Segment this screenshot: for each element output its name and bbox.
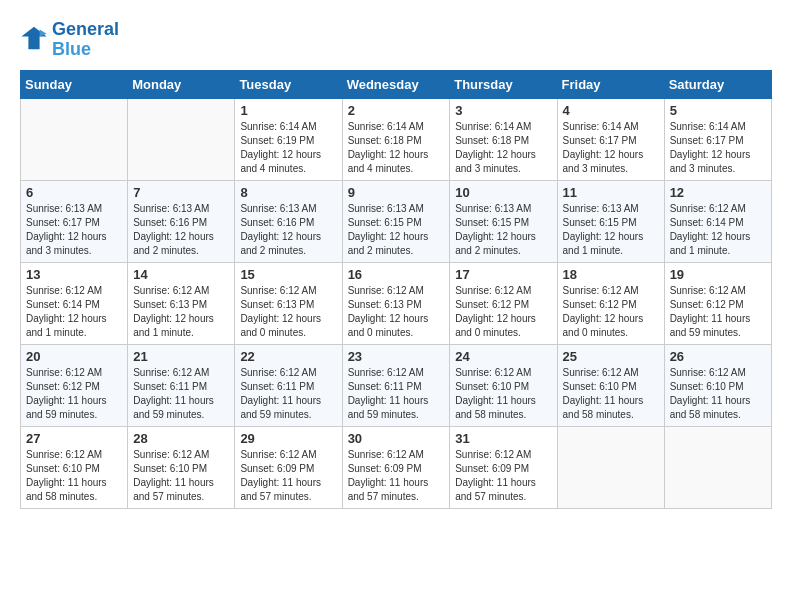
day-number: 13 [26,267,122,282]
calendar-cell [128,98,235,180]
day-info: Sunrise: 6:13 AM Sunset: 6:15 PM Dayligh… [455,202,551,258]
day-number: 30 [348,431,445,446]
day-info: Sunrise: 6:12 AM Sunset: 6:10 PM Dayligh… [670,366,766,422]
day-number: 8 [240,185,336,200]
day-info: Sunrise: 6:12 AM Sunset: 6:10 PM Dayligh… [563,366,659,422]
logo: General Blue [20,20,119,60]
day-number: 9 [348,185,445,200]
day-number: 3 [455,103,551,118]
day-info: Sunrise: 6:12 AM Sunset: 6:12 PM Dayligh… [455,284,551,340]
calendar-cell: 8Sunrise: 6:13 AM Sunset: 6:16 PM Daylig… [235,180,342,262]
calendar-cell: 25Sunrise: 6:12 AM Sunset: 6:10 PM Dayli… [557,344,664,426]
day-number: 28 [133,431,229,446]
calendar-cell: 23Sunrise: 6:12 AM Sunset: 6:11 PM Dayli… [342,344,450,426]
day-info: Sunrise: 6:12 AM Sunset: 6:12 PM Dayligh… [26,366,122,422]
calendar-cell: 7Sunrise: 6:13 AM Sunset: 6:16 PM Daylig… [128,180,235,262]
day-number: 31 [455,431,551,446]
page-header: General Blue [20,20,772,60]
calendar-cell: 22Sunrise: 6:12 AM Sunset: 6:11 PM Dayli… [235,344,342,426]
day-number: 10 [455,185,551,200]
calendar-cell: 15Sunrise: 6:12 AM Sunset: 6:13 PM Dayli… [235,262,342,344]
calendar-cell: 28Sunrise: 6:12 AM Sunset: 6:10 PM Dayli… [128,426,235,508]
day-number: 20 [26,349,122,364]
day-info: Sunrise: 6:13 AM Sunset: 6:16 PM Dayligh… [133,202,229,258]
calendar-week-row: 20Sunrise: 6:12 AM Sunset: 6:12 PM Dayli… [21,344,772,426]
day-info: Sunrise: 6:12 AM Sunset: 6:13 PM Dayligh… [348,284,445,340]
weekday-header-saturday: Saturday [664,70,771,98]
weekday-header-wednesday: Wednesday [342,70,450,98]
day-number: 5 [670,103,766,118]
weekday-header-tuesday: Tuesday [235,70,342,98]
day-info: Sunrise: 6:13 AM Sunset: 6:16 PM Dayligh… [240,202,336,258]
calendar-cell: 13Sunrise: 6:12 AM Sunset: 6:14 PM Dayli… [21,262,128,344]
day-info: Sunrise: 6:12 AM Sunset: 6:10 PM Dayligh… [455,366,551,422]
day-number: 11 [563,185,659,200]
calendar-cell: 4Sunrise: 6:14 AM Sunset: 6:17 PM Daylig… [557,98,664,180]
day-number: 18 [563,267,659,282]
calendar-week-row: 6Sunrise: 6:13 AM Sunset: 6:17 PM Daylig… [21,180,772,262]
day-info: Sunrise: 6:12 AM Sunset: 6:14 PM Dayligh… [670,202,766,258]
calendar-cell [21,98,128,180]
calendar-table: SundayMondayTuesdayWednesdayThursdayFrid… [20,70,772,509]
day-number: 25 [563,349,659,364]
logo-text: General Blue [52,20,119,60]
day-info: Sunrise: 6:13 AM Sunset: 6:15 PM Dayligh… [348,202,445,258]
calendar-cell: 29Sunrise: 6:12 AM Sunset: 6:09 PM Dayli… [235,426,342,508]
day-number: 7 [133,185,229,200]
calendar-cell: 17Sunrise: 6:12 AM Sunset: 6:12 PM Dayli… [450,262,557,344]
day-number: 12 [670,185,766,200]
day-info: Sunrise: 6:12 AM Sunset: 6:11 PM Dayligh… [240,366,336,422]
day-info: Sunrise: 6:12 AM Sunset: 6:10 PM Dayligh… [26,448,122,504]
day-number: 29 [240,431,336,446]
calendar-cell: 16Sunrise: 6:12 AM Sunset: 6:13 PM Dayli… [342,262,450,344]
day-number: 24 [455,349,551,364]
day-info: Sunrise: 6:12 AM Sunset: 6:10 PM Dayligh… [133,448,229,504]
weekday-header-friday: Friday [557,70,664,98]
calendar-cell: 26Sunrise: 6:12 AM Sunset: 6:10 PM Dayli… [664,344,771,426]
calendar-cell: 6Sunrise: 6:13 AM Sunset: 6:17 PM Daylig… [21,180,128,262]
weekday-header-row: SundayMondayTuesdayWednesdayThursdayFrid… [21,70,772,98]
day-number: 19 [670,267,766,282]
day-info: Sunrise: 6:12 AM Sunset: 6:14 PM Dayligh… [26,284,122,340]
day-info: Sunrise: 6:14 AM Sunset: 6:19 PM Dayligh… [240,120,336,176]
calendar-cell: 10Sunrise: 6:13 AM Sunset: 6:15 PM Dayli… [450,180,557,262]
day-info: Sunrise: 6:14 AM Sunset: 6:18 PM Dayligh… [348,120,445,176]
day-info: Sunrise: 6:12 AM Sunset: 6:11 PM Dayligh… [348,366,445,422]
day-info: Sunrise: 6:12 AM Sunset: 6:09 PM Dayligh… [348,448,445,504]
calendar-week-row: 1Sunrise: 6:14 AM Sunset: 6:19 PM Daylig… [21,98,772,180]
calendar-cell: 24Sunrise: 6:12 AM Sunset: 6:10 PM Dayli… [450,344,557,426]
calendar-cell [664,426,771,508]
day-number: 6 [26,185,122,200]
day-info: Sunrise: 6:12 AM Sunset: 6:13 PM Dayligh… [240,284,336,340]
day-number: 26 [670,349,766,364]
day-info: Sunrise: 6:14 AM Sunset: 6:17 PM Dayligh… [563,120,659,176]
calendar-cell: 3Sunrise: 6:14 AM Sunset: 6:18 PM Daylig… [450,98,557,180]
day-info: Sunrise: 6:14 AM Sunset: 6:17 PM Dayligh… [670,120,766,176]
day-info: Sunrise: 6:12 AM Sunset: 6:12 PM Dayligh… [563,284,659,340]
calendar-cell [557,426,664,508]
calendar-cell: 11Sunrise: 6:13 AM Sunset: 6:15 PM Dayli… [557,180,664,262]
day-number: 21 [133,349,229,364]
day-number: 2 [348,103,445,118]
calendar-cell: 12Sunrise: 6:12 AM Sunset: 6:14 PM Dayli… [664,180,771,262]
calendar-cell: 20Sunrise: 6:12 AM Sunset: 6:12 PM Dayli… [21,344,128,426]
day-number: 16 [348,267,445,282]
day-number: 15 [240,267,336,282]
calendar-cell: 18Sunrise: 6:12 AM Sunset: 6:12 PM Dayli… [557,262,664,344]
day-number: 27 [26,431,122,446]
day-number: 1 [240,103,336,118]
day-number: 17 [455,267,551,282]
calendar-cell: 2Sunrise: 6:14 AM Sunset: 6:18 PM Daylig… [342,98,450,180]
day-info: Sunrise: 6:13 AM Sunset: 6:17 PM Dayligh… [26,202,122,258]
day-number: 23 [348,349,445,364]
calendar-cell: 31Sunrise: 6:12 AM Sunset: 6:09 PM Dayli… [450,426,557,508]
calendar-cell: 19Sunrise: 6:12 AM Sunset: 6:12 PM Dayli… [664,262,771,344]
calendar-cell: 14Sunrise: 6:12 AM Sunset: 6:13 PM Dayli… [128,262,235,344]
calendar-cell: 9Sunrise: 6:13 AM Sunset: 6:15 PM Daylig… [342,180,450,262]
day-info: Sunrise: 6:13 AM Sunset: 6:15 PM Dayligh… [563,202,659,258]
day-number: 4 [563,103,659,118]
day-number: 22 [240,349,336,364]
weekday-header-thursday: Thursday [450,70,557,98]
day-info: Sunrise: 6:12 AM Sunset: 6:09 PM Dayligh… [240,448,336,504]
calendar-week-row: 13Sunrise: 6:12 AM Sunset: 6:14 PM Dayli… [21,262,772,344]
